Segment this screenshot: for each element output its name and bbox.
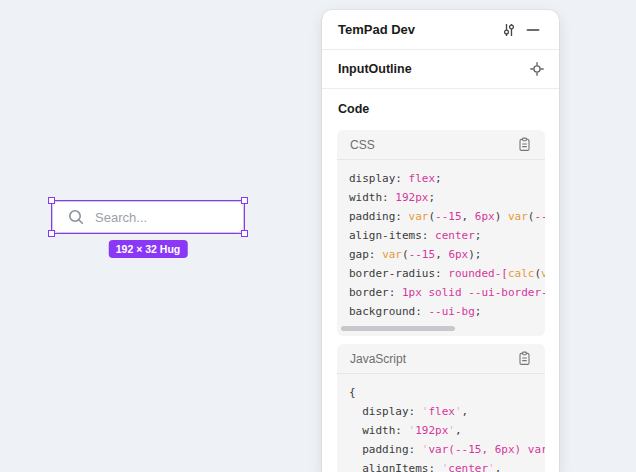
code-line: width: 192px; — [349, 188, 545, 207]
size-badge: 192 × 32 Hug — [109, 240, 188, 258]
javascript-block-label: JavaScript — [350, 352, 512, 366]
code-line: width: '192px', — [349, 421, 545, 440]
minimize-button[interactable] — [521, 18, 545, 42]
copy-javascript-button[interactable] — [512, 347, 536, 371]
search-icon — [67, 208, 85, 226]
code-section-label: Code — [338, 102, 545, 116]
code-line: alignItems: 'center', — [349, 459, 545, 472]
plugin-title: TemPad Dev — [338, 22, 497, 37]
crosshair-icon — [530, 62, 544, 76]
css-code-block: CSS display: flex;width: 192px;padding: … — [337, 130, 545, 336]
code-line: border: 1px solid --ui-border- — [349, 283, 545, 302]
code-line: display: flex; — [349, 169, 545, 188]
tempad-dev-plugin-panel: TemPad Dev InputOutline — [322, 10, 559, 472]
javascript-code-block: JavaScript { display: 'flex', width: '19… — [337, 344, 545, 472]
minimize-icon — [526, 23, 540, 37]
code-line: display: 'flex', — [349, 402, 545, 421]
locate-node-button[interactable] — [525, 57, 549, 81]
selection-handle-top-right[interactable] — [241, 197, 248, 204]
clipboard-icon — [518, 351, 531, 366]
search-input[interactable]: Search... — [52, 201, 244, 233]
code-line: border-radius: rounded-[calc(v — [349, 264, 545, 283]
code-section: Code CSS display: flex;width: 192px — [322, 89, 559, 472]
selection-handle-bottom-right[interactable] — [241, 230, 248, 237]
figma-canvas: { "canvas": { "search_input": { "placeho… — [0, 0, 636, 472]
code-line: gap: var(--15, 6px); — [349, 245, 545, 264]
selected-component: Search... 192 × 32 Hug — [52, 201, 244, 233]
code-line: padding: 'var(--15, 6px) var — [349, 440, 545, 459]
code-line: align-items: center; — [349, 226, 545, 245]
selection-handle-bottom-left[interactable] — [48, 230, 55, 237]
selected-node-row: InputOutline — [322, 50, 559, 89]
css-block-label: CSS — [350, 138, 512, 152]
code-line: background: --ui-bg; — [349, 302, 545, 321]
clipboard-icon — [518, 137, 531, 152]
javascript-code[interactable]: { display: 'flex', width: '192px', paddi… — [337, 374, 545, 472]
copy-css-button[interactable] — [512, 133, 536, 157]
css-block-header: CSS — [337, 130, 545, 160]
code-line: { — [349, 383, 545, 402]
search-placeholder: Search... — [95, 210, 147, 225]
sliders-icon — [501, 22, 517, 38]
css-code[interactable]: display: flex;width: 192px;padding: var(… — [337, 160, 545, 321]
horizontal-scrollbar-thumb[interactable] — [341, 326, 455, 331]
selection-handle-top-left[interactable] — [48, 197, 55, 204]
plugin-header: TemPad Dev — [322, 10, 559, 50]
code-line: padding: var(--15, 6px) var(-- — [349, 207, 545, 226]
selected-node-name: InputOutline — [338, 62, 525, 76]
javascript-block-header: JavaScript — [337, 344, 545, 374]
settings-sliders-button[interactable] — [497, 18, 521, 42]
